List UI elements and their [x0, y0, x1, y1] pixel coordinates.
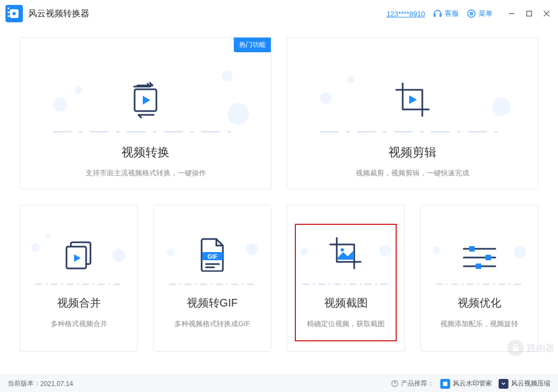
card-title: 视频转换	[122, 144, 169, 161]
card-desc: 支持市面主流视频格式转换，一键操作	[86, 168, 206, 178]
user-id-link[interactable]: 123****8910	[386, 10, 425, 18]
maximize-icon	[526, 10, 532, 17]
svg-point-23	[341, 248, 344, 252]
card-desc: 视频添加配乐，视频旋转	[440, 319, 518, 329]
card-desc: 视频裁剪，视频剪辑，一键快速完成	[356, 168, 469, 178]
sliders-icon	[421, 217, 538, 272]
app-logo-icon	[5, 5, 23, 22]
svg-rect-6	[527, 11, 532, 16]
watermark: 路由器	[507, 340, 555, 356]
version-value: 2021.07.14	[40, 380, 73, 388]
hot-badge: 热门功能	[234, 38, 271, 52]
card-title: 视频剪辑	[389, 144, 436, 161]
svg-point-0	[13, 12, 16, 15]
main-content: 热门功能 视频转换 支持市面主流视频格式转换，一键操作	[0, 27, 558, 375]
crop-icon	[287, 54, 538, 119]
status-bar: 当前版本： 2021.07.14 产品推荐： 风云水印管家 风云视频压缩	[0, 375, 558, 392]
product-link-watermark[interactable]: 风云水印管家	[440, 379, 492, 389]
gif-file-icon: GIF	[154, 217, 271, 272]
card-title: 视频合并	[57, 296, 101, 310]
card-desc: 精确定位视频，获取截图	[307, 319, 385, 329]
card-title: 视频转GIF	[187, 296, 238, 310]
svg-marker-10	[143, 96, 150, 105]
convert-icon	[20, 54, 271, 119]
menu-icon	[466, 9, 476, 19]
headset-icon	[433, 9, 442, 19]
card-video-screenshot[interactable]: 视频截图 精确定位视频，获取截图	[287, 205, 405, 352]
product-name: 风云水印管家	[453, 379, 492, 388]
svg-rect-33	[513, 347, 518, 351]
card-video-optimize[interactable]: 视频优化 视频添加配乐，视频旋转	[420, 205, 538, 352]
maximize-button[interactable]	[521, 5, 537, 22]
svg-point-35	[395, 385, 395, 385]
card-desc: 多种视频格式转换成GIF	[174, 319, 250, 329]
card-video-convert[interactable]: 热门功能 视频转换 支持市面主流视频格式转换，一键操作	[20, 37, 271, 189]
close-button[interactable]	[538, 5, 555, 22]
minimize-icon	[508, 10, 515, 17]
help-icon[interactable]	[391, 379, 399, 388]
svg-rect-36	[443, 382, 447, 386]
card-video-gif[interactable]: GIF 视频转GIF 多种视频格式转换成GIF	[153, 205, 271, 352]
menu-button[interactable]: 菜单	[466, 9, 493, 19]
product-icon	[440, 379, 450, 389]
version-label: 当前版本：	[8, 379, 40, 388]
svg-rect-29	[469, 246, 475, 252]
product-icon	[499, 379, 508, 389]
product-link-compress[interactable]: 风云视频压缩	[499, 379, 550, 389]
card-title: 视频优化	[458, 296, 501, 310]
card-video-edit[interactable]: 视频剪辑 视频裁剪，视频剪辑，一键快速完成	[287, 37, 538, 189]
minimize-button[interactable]	[504, 5, 520, 22]
app-title: 风云视频转换器	[28, 8, 89, 20]
support-button[interactable]: 客服	[433, 9, 459, 19]
recommend-label: 产品推荐：	[401, 379, 434, 388]
screenshot-icon	[287, 217, 404, 272]
card-desc: 多种格式视频合并	[51, 319, 107, 329]
watermark-badge-icon	[507, 340, 524, 356]
card-video-merge[interactable]: 视频合并 多种格式视频合并	[20, 205, 138, 352]
card-title: 视频截图	[324, 296, 368, 310]
merge-icon	[20, 217, 137, 272]
svg-rect-30	[486, 255, 491, 260]
svg-rect-31	[476, 264, 481, 269]
svg-marker-12	[409, 95, 417, 104]
close-icon	[543, 10, 550, 17]
watermark-text: 路由器	[527, 342, 555, 354]
svg-text:GIF: GIF	[207, 253, 217, 260]
product-name: 风云视频压缩	[511, 379, 550, 388]
menu-label: 菜单	[478, 9, 493, 19]
support-label: 客服	[445, 9, 459, 19]
title-bar: 风云视频转换器 123****8910 客服 菜单	[0, 0, 558, 27]
